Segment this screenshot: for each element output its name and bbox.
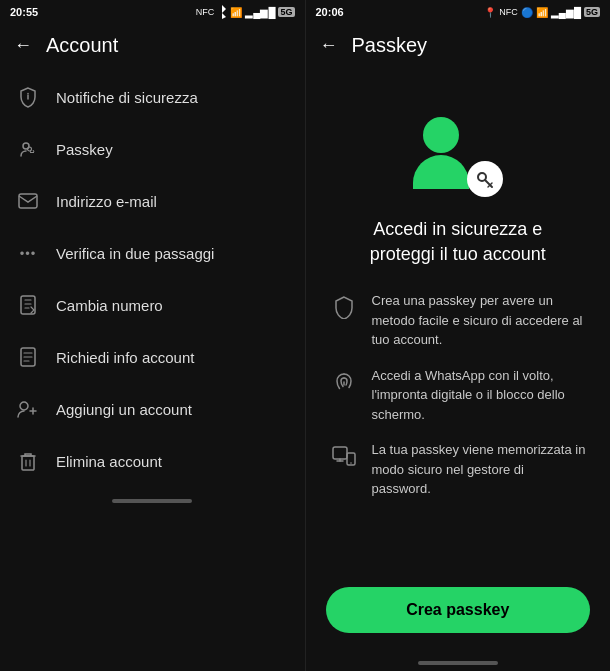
time-right: 20:06 <box>316 6 344 18</box>
feature-text-password-manager: La tua passkey viene memorizzata in modo… <box>372 440 587 499</box>
menu-item-delete-account[interactable]: Elimina account <box>0 435 305 487</box>
shield-icon <box>16 85 40 109</box>
menu-label-email: Indirizzo e-mail <box>56 193 157 210</box>
menu-label-change-number: Cambia numero <box>56 297 163 314</box>
account-menu-list: Notifiche di sicurezza Passkey <box>0 67 305 491</box>
nfc-icon-right: NFC <box>499 7 518 17</box>
signal-bars-left: ▂▄▆█ <box>245 7 275 18</box>
svg-point-16 <box>350 463 352 465</box>
svg-rect-12 <box>333 447 347 459</box>
fingerprint-icon <box>330 368 358 396</box>
key-badge-icon <box>467 161 503 197</box>
person-head-icon <box>423 117 459 153</box>
signal-bars-right: ▂▄▆█ <box>551 7 581 18</box>
status-bar-left: 20:55 NFC 📶 ▂▄▆█ 5G <box>0 0 305 24</box>
passkey-main-content: Accedi in sicurezza e proteggi il tuo ac… <box>306 67 611 571</box>
page-title-left: Account <box>46 34 118 57</box>
wifi-icon: 📶 <box>230 7 242 18</box>
header-left: ← Account <box>0 24 305 67</box>
feature-item-biometric: Accedi a WhatsApp con il volto, l'impron… <box>330 366 587 425</box>
account-panel: 20:55 NFC 📶 ▂▄▆█ 5G ← Account <box>0 0 306 671</box>
header-right: ← Passkey <box>306 24 611 67</box>
network-type-left: 5G <box>278 7 294 17</box>
svg-point-7 <box>20 402 28 410</box>
feature-text-create-passkey: Crea una passkey per avere un metodo fac… <box>372 291 587 350</box>
network-type-right: 5G <box>584 7 600 17</box>
two-step-icon: ••• <box>16 241 40 265</box>
passkey-hero-icon <box>413 117 503 197</box>
menu-item-add-account[interactable]: Aggiungi un account <box>0 383 305 435</box>
status-icons-left: NFC 📶 ▂▄▆█ 5G <box>196 5 295 19</box>
person-body-icon <box>413 155 469 189</box>
time-left: 20:55 <box>10 6 38 18</box>
bottom-indicator-right <box>418 661 498 665</box>
change-number-icon <box>16 293 40 317</box>
menu-label-passkey: Passkey <box>56 141 113 158</box>
svg-rect-8 <box>22 456 34 470</box>
feature-item-create-passkey: Crea una passkey per avere un metodo fac… <box>330 291 587 350</box>
devices-icon <box>330 442 358 470</box>
bluetooth-icon-right: 🔵 <box>521 7 533 18</box>
request-info-icon <box>16 345 40 369</box>
page-title-right: Passkey <box>352 34 428 57</box>
bluetooth-icon <box>217 5 227 19</box>
feature-shield-icon <box>330 293 358 321</box>
menu-item-email[interactable]: Indirizzo e-mail <box>0 175 305 227</box>
wifi-icon-right: 📶 <box>536 7 548 18</box>
cta-container: Crea passkey <box>306 571 611 653</box>
menu-item-request-info[interactable]: Richiedi info account <box>0 331 305 383</box>
bottom-indicator-left <box>112 499 192 503</box>
menu-label-request-info: Richiedi info account <box>56 349 194 366</box>
back-button-right[interactable]: ← <box>320 35 338 56</box>
menu-item-two-step[interactable]: ••• Verifica in due passaggi <box>0 227 305 279</box>
menu-label-delete-account: Elimina account <box>56 453 162 470</box>
menu-label-add-account: Aggiungi un account <box>56 401 192 418</box>
menu-item-security-notifications[interactable]: Notifiche di sicurezza <box>0 71 305 123</box>
menu-label-security-notifications: Notifiche di sicurezza <box>56 89 198 106</box>
menu-item-change-number[interactable]: Cambia numero <box>0 279 305 331</box>
feature-text-biometric: Accedi a WhatsApp con il volto, l'impron… <box>372 366 587 425</box>
feature-item-password-manager: La tua passkey viene memorizzata in modo… <box>330 440 587 499</box>
add-account-icon <box>16 397 40 421</box>
back-button-left[interactable]: ← <box>14 35 32 56</box>
menu-label-two-step: Verifica in due passaggi <box>56 245 214 262</box>
menu-item-passkey[interactable]: Passkey <box>0 123 305 175</box>
svg-point-1 <box>27 93 29 95</box>
feature-list: Crea una passkey per avere un metodo fac… <box>326 291 591 499</box>
svg-rect-4 <box>19 194 37 208</box>
passkey-main-title: Accedi in sicurezza e proteggi il tuo ac… <box>370 217 546 267</box>
delete-account-icon <box>16 449 40 473</box>
nfc-icon: NFC <box>196 7 215 17</box>
status-bar-right: 20:06 📍 NFC 🔵 📶 ▂▄▆█ 5G <box>306 0 611 24</box>
passkey-panel: 20:06 📍 NFC 🔵 📶 ▂▄▆█ 5G ← Passkey <box>306 0 611 671</box>
create-passkey-button[interactable]: Crea passkey <box>326 587 591 633</box>
status-icons-right: 📍 NFC 🔵 📶 ▂▄▆█ 5G <box>484 7 600 18</box>
email-icon <box>16 189 40 213</box>
passkey-icon <box>16 137 40 161</box>
location-icon: 📍 <box>484 7 496 18</box>
